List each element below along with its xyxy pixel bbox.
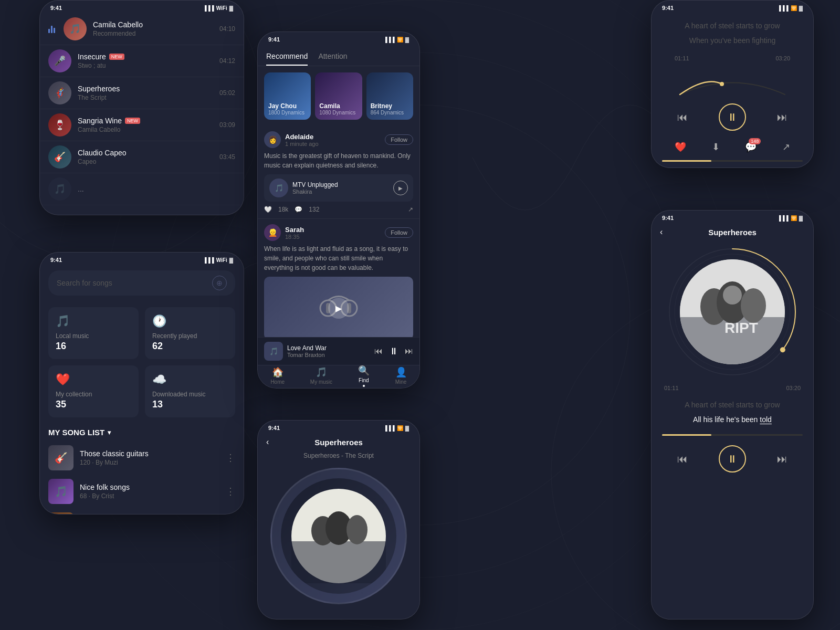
post-text-1: Music is the greatest gift of heaven to … (264, 151, 413, 170)
prev-btn-rbt[interactable]: ⏮ (677, 453, 688, 465)
playlist-item-1[interactable]: 🎸 Those classic guitars 120 · By Muzi ⋮ (40, 441, 244, 475)
nav-home[interactable]: 🏠 Home (270, 366, 285, 385)
download-btn-top[interactable]: ⬇ (712, 141, 720, 153)
song-duration-1: 04:10 (219, 25, 235, 33)
time-3: 9:41 (268, 36, 280, 43)
comment-badge-top: 148 (749, 138, 761, 144)
chevron-down-icon: ▾ (108, 429, 111, 436)
rec-jay-meta: 1800 Dynamics (268, 110, 307, 116)
mini-title: Love And War (287, 344, 370, 352)
lyric-2-top: When you've been fighting (652, 33, 813, 48)
nav-find[interactable]: 🔍 Find (358, 365, 370, 387)
song-list-section: MY SONG LIST ▾ (40, 424, 244, 441)
share-icon-1[interactable]: ↗ (408, 206, 413, 213)
song-item-1[interactable]: 🎵 Camila Cabello Recommended 04:10 (40, 13, 244, 45)
playlist-item-3[interactable]: 🎶 The girl's classic cover 45 · By Nina … (40, 508, 244, 514)
downloaded-label: Downloaded music (152, 391, 228, 398)
song-info-5: Claudio Capeo Capeo (78, 149, 213, 165)
signal-icon-5: ▐▐▐ (777, 5, 788, 11)
song-artist-1: Recommended (93, 30, 213, 37)
downloaded-count: 13 (152, 399, 228, 410)
play-track-1[interactable]: ▶ (393, 181, 408, 195)
nav-mine[interactable]: 👤 Mine (395, 366, 407, 385)
next-btn-rbt[interactable]: ⏭ (777, 453, 788, 465)
time-current-top: 01:11 (675, 55, 689, 61)
time-5: 9:41 (662, 5, 674, 11)
rec-britney-meta: 864 Dynamics (371, 110, 409, 116)
mini-player: 🎵 Love And War Tomar Braxton ⏮ ⏸ ⏭ (258, 337, 419, 365)
song-item-4[interactable]: 🍷 Sangria Wine NEW Camila Cabello 03:09 (40, 109, 244, 141)
comment-icon-1[interactable]: 💬 (295, 206, 302, 213)
search-bar[interactable]: Search for songs ⊕ (48, 270, 235, 296)
dots-icon-2[interactable]: ⋮ (226, 486, 235, 497)
rec-card-britney[interactable]: Britney 864 Dynamics (366, 72, 413, 120)
find-icon: 🔍 (358, 365, 370, 376)
pause-btn-mini[interactable]: ⏸ (389, 346, 398, 357)
like-btn-top[interactable]: ❤️ (675, 141, 686, 153)
follow-btn-1[interactable]: Follow (385, 134, 413, 145)
next-btn-mini[interactable]: ⏭ (405, 346, 413, 356)
nowplaying-title-bar-btm: ‹ Superheroes (258, 433, 419, 451)
nav-home-label: Home (270, 379, 285, 385)
time-1: 9:41 (50, 5, 62, 11)
status-bar-2: 9:41 ▐▐▐ WiFi ▓ (40, 253, 244, 265)
comment-btn-top[interactable]: 💬 148 (745, 141, 757, 153)
recommend-cards: Jay Chou 1800 Dynamics Camila 1080 Dynam… (258, 66, 419, 126)
track-avatar-1: 🎵 (269, 178, 288, 197)
time-total-rbt: 03:20 (786, 385, 801, 391)
progress-section-top: 01:11 03:20 (652, 48, 813, 97)
phone-nowplaying-btm: 9:41 ▐▐▐ 🛜 ▓ ‹ Superheroes Superheroes -… (257, 420, 420, 620)
back-btn-rbt[interactable]: ‹ (660, 227, 663, 237)
playlist-item-2[interactable]: 🎵 Nice folk songs 68 · By Crist ⋮ (40, 475, 244, 508)
song-item-2[interactable]: 🎤 Insecure NEW Stwo ; atu 04:12 (40, 45, 244, 77)
mine-icon: 👤 (395, 366, 407, 378)
recently-played-card[interactable]: 🕐 Recently played 62 (145, 307, 235, 359)
tab-attention[interactable]: Attention (318, 49, 347, 66)
local-music-label: Local music (56, 332, 131, 340)
share-btn-top[interactable]: ↗ (782, 141, 790, 153)
nav-mymusic[interactable]: 🎵 My music (310, 366, 332, 385)
progress-bar-rbt[interactable] (652, 431, 813, 439)
time-4: 9:41 (268, 425, 280, 431)
pause-btn-top[interactable]: ⏸ (719, 103, 746, 131)
time-current-rbt: 01:11 (664, 385, 679, 391)
post-text-2: When life is as light and fluid as a son… (264, 244, 413, 272)
pause-btn-rbt[interactable]: ⏸ (719, 445, 746, 472)
track-artist-1: Shakira (292, 188, 338, 195)
follow-btn-2[interactable]: Follow (385, 227, 413, 238)
song-item-3[interactable]: 🦸 Superheroes The Script 05:02 (40, 77, 244, 109)
song-avatar-5: 🎸 (48, 145, 71, 169)
mymusic-icon: 🎵 (316, 366, 327, 378)
back-btn-btm[interactable]: ‹ (266, 437, 269, 447)
recently-played-count: 62 (152, 341, 228, 352)
new-badge-4: NEW (125, 118, 140, 124)
mini-thumb: 🎵 (264, 342, 283, 361)
svg-point-18 (669, 249, 795, 375)
time-6: 9:41 (662, 215, 674, 221)
track-card-1[interactable]: 🎵 MTV Unplugged Shakira ▶ (264, 174, 413, 202)
local-music-card[interactable]: 🎵 Local music 16 (48, 307, 139, 359)
progress-bar-top[interactable] (652, 157, 813, 165)
song-title-4: Sangria Wine (78, 117, 122, 125)
time-labels-top: 01:11 03:20 (662, 53, 803, 64)
downloaded-card[interactable]: ☁️ Downloaded music 13 (145, 365, 235, 417)
time-labels-rbt: 01:11 03:20 (652, 383, 813, 393)
post-actions-1: 🤍 18k 💬 132 ↗ (264, 206, 413, 213)
play-overlay-2[interactable]: ▶ (328, 298, 349, 319)
search-icon[interactable]: ⊕ (212, 276, 227, 290)
song-avatar-6: 🎵 (48, 177, 71, 201)
prev-btn-top[interactable]: ⏮ (677, 111, 688, 123)
my-collection-card[interactable]: ❤️ My collection 35 (48, 365, 139, 417)
post-header-2: 👱 Sarah 18:35 Follow (264, 224, 413, 241)
prev-btn-mini[interactable]: ⏮ (374, 346, 383, 356)
rec-card-camila[interactable]: Camila 1080 Dynamics (315, 72, 362, 120)
song-item-5[interactable]: 🎸 Claudio Capeo Capeo 03:45 (40, 141, 244, 173)
rec-card-jay[interactable]: Jay Chou 1800 Dynamics (264, 72, 311, 120)
progress-track-top (662, 160, 803, 162)
dots-icon-1[interactable]: ⋮ (226, 452, 235, 464)
song-info-6: ... (78, 185, 235, 193)
next-btn-top[interactable]: ⏭ (777, 111, 788, 123)
tab-recommend[interactable]: Recommend (266, 49, 308, 66)
battery-icon-2: ▓ (229, 257, 233, 263)
like-icon-1[interactable]: 🤍 (264, 206, 272, 213)
